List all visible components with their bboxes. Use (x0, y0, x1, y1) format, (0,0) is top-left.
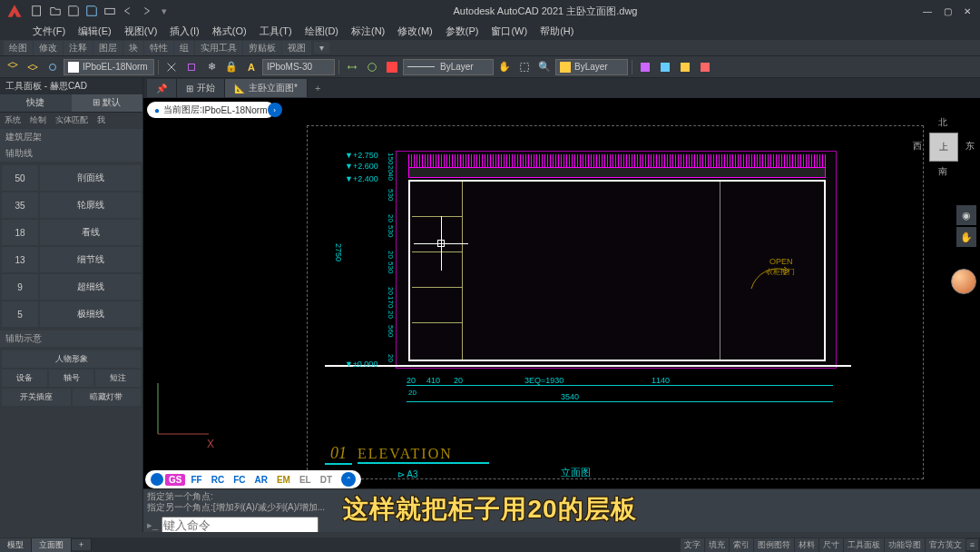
doc-tab-start[interactable]: ⊞ 开始 (177, 79, 225, 97)
drawing-viewport[interactable]: OPEN 衣柜推门 ▼+2.750 ▼+2.600 ▼+2.400 ▼±0.00… (143, 98, 980, 532)
tb-color-icon[interactable] (383, 58, 401, 76)
tb-iso-icon[interactable] (182, 58, 201, 76)
tp-row-18[interactable]: 18 (2, 220, 38, 245)
menu-window[interactable]: 窗口(W) (485, 23, 533, 40)
menu-draw[interactable]: 绘图(D) (299, 23, 344, 40)
tp-sub-system[interactable]: 系统 (0, 113, 25, 129)
tp-row-50[interactable]: 50 (2, 165, 38, 191)
tp-btn-switch[interactable]: 开关插座 (2, 389, 71, 406)
layout-tab-elevation[interactable]: 立面图 (32, 538, 72, 552)
tb-layer3-icon[interactable] (44, 58, 62, 76)
tp-label-fine[interactable]: 超细线 (40, 274, 141, 300)
tb-lock-icon[interactable]: 🔒 (222, 58, 240, 76)
tp-btn-light[interactable]: 暗藏灯带 (73, 389, 142, 406)
vc-west[interactable]: 西 (913, 140, 922, 153)
doc-tab-pin[interactable]: 📌 (147, 79, 177, 97)
tb-layer-icon[interactable] (4, 58, 22, 76)
menu-help[interactable]: 帮助(H) (534, 23, 579, 40)
tp-row-5[interactable]: 5 (2, 301, 38, 327)
lineweight-combo[interactable]: ByLayer (403, 59, 494, 75)
close-button[interactable]: ✕ (958, 4, 976, 18)
tb-pan-icon[interactable]: ✋ (495, 58, 514, 76)
menu-parametric[interactable]: 参数(P) (440, 23, 485, 40)
tp-section-aux2[interactable]: 辅助示意 (0, 330, 142, 347)
tp-tab-default[interactable]: ⊞ 默认 (72, 94, 143, 112)
sr-toolpanel[interactable]: 工具面板 (844, 538, 884, 552)
tp-label-section[interactable]: 剖面线 (40, 165, 141, 191)
vc-east[interactable]: 东 (965, 140, 975, 153)
nav-pan-icon[interactable]: ✋ (956, 227, 976, 247)
tp-sub-match[interactable]: 实体匹配 (51, 113, 93, 129)
tb-layer2-icon[interactable] (24, 58, 42, 76)
sr-dim[interactable]: 尺寸 (819, 538, 843, 552)
tag-bar-chevron-icon[interactable]: ⌃ (341, 472, 356, 487)
tag-el[interactable]: EL (296, 474, 315, 486)
current-layer-pill[interactable]: ● 当前图层: IPboEL-18Norm › (147, 102, 275, 118)
tag-rc[interactable]: RC (208, 474, 228, 486)
qat-undo-icon[interactable] (120, 3, 136, 19)
menu-file[interactable]: 文件(F) (27, 23, 71, 40)
tag-fc[interactable]: FC (230, 474, 249, 486)
tag-gs[interactable]: GS (165, 474, 185, 486)
rsub-layer[interactable]: 图层 (93, 41, 122, 55)
tb-dim2-icon[interactable] (363, 58, 381, 76)
tp-section-arch[interactable]: 建筑层架 (0, 129, 142, 145)
rsub-utilities[interactable]: 实用工具 (195, 41, 242, 55)
tb-freeze-icon[interactable]: ❄ (202, 58, 220, 76)
minimize-button[interactable]: — (918, 4, 936, 18)
sr-index[interactable]: 索引 (730, 538, 753, 552)
rsub-group[interactable]: 组 (174, 41, 194, 55)
sr-hatch[interactable]: 填充 (705, 538, 729, 552)
tp-section-aux[interactable]: 辅助线 (0, 145, 142, 162)
rsub-annotate[interactable]: 注释 (64, 41, 93, 55)
tp-row-35[interactable]: 35 (2, 192, 38, 218)
rsub-view[interactable]: 视图 (282, 41, 311, 55)
rsub-clipboard[interactable]: 剪贴板 (243, 41, 281, 55)
nav-wheel-icon[interactable]: ◉ (956, 205, 976, 225)
tag-em[interactable]: EM (273, 474, 294, 486)
tag-ar[interactable]: AR (250, 474, 270, 486)
tp-label-outline[interactable]: 轮廓线 (40, 192, 141, 218)
menu-insert[interactable]: 插入(I) (164, 23, 204, 40)
tb-select-icon[interactable] (515, 58, 534, 76)
sr-material[interactable]: 材料 (795, 538, 818, 552)
tb-extra4-icon[interactable] (696, 58, 714, 76)
rsub-modify[interactable]: 修改 (34, 41, 63, 55)
tag-dt[interactable]: DT (317, 474, 336, 486)
tp-row-9[interactable]: 9 (2, 274, 38, 300)
menu-modify[interactable]: 修改(M) (392, 23, 438, 40)
vc-south[interactable]: 南 (938, 165, 947, 178)
doc-tab-add[interactable]: + (308, 81, 328, 95)
vc-top-face[interactable]: 上 (929, 133, 958, 162)
layout-tab-model[interactable]: 模型 (0, 538, 32, 552)
tp-btn-axis[interactable]: 轴号 (49, 370, 94, 387)
rsub-properties[interactable]: 特性 (144, 41, 173, 55)
drawing-canvas[interactable]: 📌 ⊞ 开始 📐 主卧立面图* + ● 当前图层: IPboEL-18Norm … (143, 78, 980, 532)
tb-extra1-icon[interactable] (636, 58, 654, 76)
menu-format[interactable]: 格式(O) (207, 23, 252, 40)
layer-combo[interactable]: IPboEL-18Norm (64, 59, 154, 75)
sr-text[interactable]: 文字 (681, 538, 704, 552)
tp-btn-note[interactable]: 短注 (95, 370, 141, 387)
sr-official[interactable]: 官方英文 (926, 538, 965, 552)
sr-funcmap[interactable]: 功能导图 (885, 538, 925, 552)
tp-label-visible[interactable]: 看线 (40, 220, 141, 245)
color-combo[interactable]: ByLayer (555, 59, 628, 75)
tp-btn-person[interactable]: 人物形象 (2, 350, 141, 368)
menu-edit[interactable]: 编辑(E) (73, 23, 117, 40)
qat-save-icon[interactable] (65, 3, 82, 19)
tag-ff[interactable]: FF (187, 474, 205, 486)
tp-sub-me[interactable]: 我 (93, 113, 110, 129)
qat-open-icon[interactable] (47, 3, 64, 19)
vc-north[interactable]: 北 (938, 116, 947, 129)
qat-plot-icon[interactable] (102, 3, 118, 19)
qat-dropdown-icon[interactable]: ▾ (156, 3, 172, 19)
tp-label-xfine[interactable]: 极细线 (40, 301, 141, 327)
rsub-block[interactable]: 块 (123, 41, 143, 55)
qat-saveas-icon[interactable] (83, 3, 100, 19)
layout-tab-add[interactable]: + (72, 539, 92, 550)
sr-menu-icon[interactable]: ≡ (966, 539, 978, 550)
user-avatar[interactable] (951, 269, 976, 294)
maximize-button[interactable]: ▢ (938, 4, 956, 18)
menu-dimension[interactable]: 标注(N) (346, 23, 390, 40)
